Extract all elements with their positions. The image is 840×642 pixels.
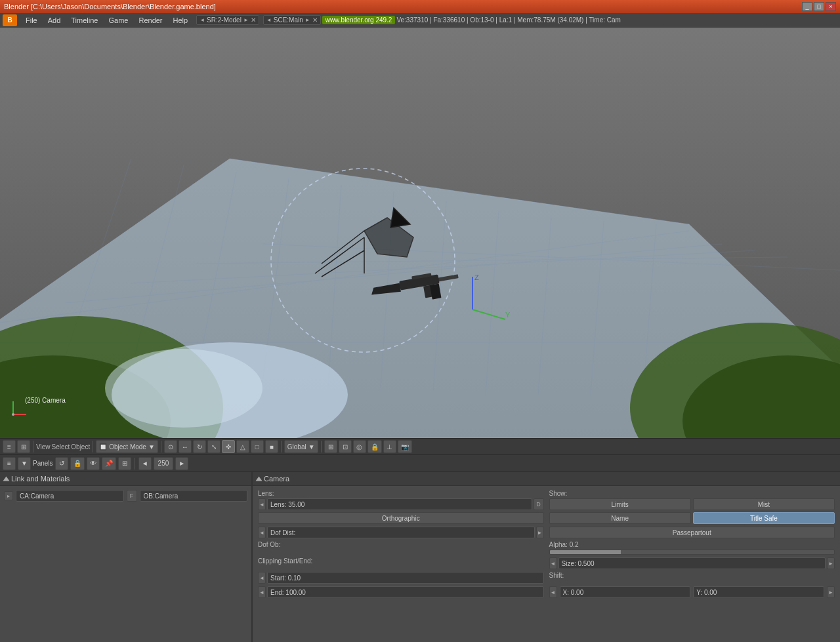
panel-pin-btn[interactable]: 📌 (102, 457, 116, 470)
ca-field[interactable]: CA:Camera (16, 490, 124, 502)
dof-dist-prev[interactable]: ◄ (258, 527, 266, 538)
start-row: ◄ Start: 0.10 (258, 572, 544, 584)
passepartout-col: Passepartout (549, 527, 835, 538)
rotate-btn[interactable]: ↻ (193, 440, 206, 453)
title-safe-btn[interactable]: Title Safe (693, 512, 835, 524)
transform-arrow: ▼ (308, 443, 315, 451)
svg-text:Z: Z (474, 273, 479, 281)
render-btn[interactable]: 📷 (398, 440, 412, 453)
blender-logo: B (3, 14, 17, 26)
menu-add[interactable]: Add (43, 15, 66, 26)
panel-toggle-btn[interactable]: ≡ (3, 457, 16, 470)
panel-menu-btn[interactable]: ▼ (18, 457, 31, 470)
alpha-slider[interactable] (549, 550, 835, 555)
dof-ob-col: Dof Ob: (258, 541, 544, 555)
panels-prev-btn[interactable]: ◄ (138, 457, 152, 470)
scene-selector-1[interactable]: ◄ SR:2-Model ► ✕ (196, 15, 259, 25)
name-btn[interactable]: Name (549, 512, 691, 524)
mirror-btn[interactable]: ⊥ (383, 440, 396, 453)
transform-selector[interactable]: Global ▼ (284, 440, 318, 453)
shiftx-prev[interactable]: ◄ (549, 586, 557, 598)
cursor-btn[interactable]: ✜ (222, 440, 235, 453)
camera-panel-collapse-icon[interactable] (256, 477, 262, 481)
panels-label: Panels (33, 460, 53, 467)
clip-label: Clipping Start/End: (258, 557, 544, 565)
lens-field[interactable]: Lens: 35.00 (267, 498, 532, 510)
dof-dist-next[interactable]: ► (536, 527, 544, 538)
viewport[interactable]: Z Y (250) Camera (0, 28, 840, 438)
face-btn[interactable]: ■ (265, 440, 278, 453)
lens-d-btn[interactable]: D (534, 498, 544, 510)
titlebar: Blender [C:\Users\Jason\Documents\Blende… (0, 0, 840, 13)
panels-toggle[interactable]: ⊞ (17, 440, 30, 453)
panels-next-btn[interactable]: ► (175, 457, 188, 470)
panel-layout-btn[interactable]: ⊞ (118, 457, 131, 470)
stats-display: Ve:337310 | Fa:336610 | Ob:13-0 | La:1 |… (396, 16, 621, 24)
transform-btn[interactable]: ↔ (178, 440, 192, 453)
mode-selector[interactable]: 🔲 Object Mode ▼ (96, 440, 158, 453)
mode-icon: 🔲 (99, 443, 107, 451)
lens-col: Lens: ◄ Lens: 35.00 D Orthographic (258, 490, 544, 524)
panels-value: 250 (154, 457, 174, 470)
close-button[interactable]: × (826, 2, 836, 11)
bottom-panels: Link and Materials ▸ CA:Camera F OB:Came… (0, 472, 840, 642)
ob-field[interactable]: OB:Camera (140, 490, 248, 502)
maximize-button[interactable]: □ (814, 2, 824, 11)
titlebar-controls[interactable]: _ □ × (802, 2, 836, 11)
minimize-button[interactable]: _ (802, 2, 812, 11)
viewport-scene: Z Y (0, 28, 840, 438)
alpha-col: Alpha: 0.2 (549, 541, 835, 555)
magnet-btn[interactable]: 🔒 (368, 440, 382, 453)
limits-btn[interactable]: Limits (549, 498, 691, 510)
size-prev[interactable]: ◄ (549, 557, 557, 569)
size-field[interactable]: Size: 0.500 (558, 557, 826, 569)
dof-dist-field[interactable]: Dof Dist: (267, 527, 535, 538)
passepartout-btn[interactable]: Passepartout (549, 527, 835, 538)
show-buttons-row2: Name Title Safe (549, 512, 835, 524)
lens-prev-btn[interactable]: ◄ (258, 498, 266, 510)
shift-x-field[interactable]: X: 0.00 (560, 586, 691, 598)
scale-btn[interactable]: ⤡ (207, 440, 220, 453)
menu-timeline[interactable]: Timeline (66, 15, 102, 26)
show-buttons-row: Limits Mist (549, 498, 835, 510)
end-field[interactable]: End: 100.00 (267, 586, 544, 598)
menu-game[interactable]: Game (104, 15, 133, 26)
f-button[interactable]: F (127, 490, 137, 502)
scene-close-1[interactable]: ✕ (251, 16, 256, 24)
shifty-next[interactable]: ► (827, 586, 835, 598)
orthographic-row: Orthographic (258, 512, 544, 524)
link-materials-title: Link and Materials (11, 475, 70, 483)
panel-eye-btn[interactable]: 👁 (87, 457, 100, 470)
size-next[interactable]: ► (827, 557, 835, 569)
view-menu-btn[interactable]: ≡ (3, 440, 16, 453)
scene-selector-2[interactable]: ◄ SCE:Main ► ✕ (263, 15, 321, 25)
panel-collapse-icon[interactable] (3, 477, 10, 481)
mist-btn[interactable]: Mist (693, 498, 835, 510)
panel-lock-btn[interactable]: 🔒 (70, 457, 85, 470)
scene-close-2[interactable]: ✕ (312, 16, 318, 24)
start-prev[interactable]: ◄ (258, 572, 266, 584)
start-field[interactable]: Start: 0.10 (267, 572, 544, 584)
ca-arrow[interactable]: ▸ (4, 491, 13, 500)
blender-link[interactable]: www.blender.org 249.2 (322, 16, 396, 24)
grid-btn[interactable]: ⊞ (324, 440, 337, 453)
lens-label: Lens: (258, 490, 544, 497)
end-prev[interactable]: ◄ (258, 586, 266, 598)
shift-y-field[interactable]: Y: 0.00 (693, 586, 824, 598)
menu-render[interactable]: Render (134, 15, 167, 26)
orthographic-btn[interactable]: Orthographic (258, 512, 544, 524)
end-col: ◄ End: 100.00 (258, 586, 544, 598)
menu-help[interactable]: Help (169, 15, 193, 26)
proportional-btn[interactable]: ◎ (353, 440, 366, 453)
vertex-btn[interactable]: △ (236, 440, 249, 453)
snap-btn[interactable]: ⊙ (164, 440, 177, 453)
link-materials-content: ▸ CA:Camera F OB:Camera (0, 486, 251, 508)
svg-text:Y: Y (505, 311, 511, 319)
shift-col: Shift: (549, 572, 835, 584)
grid-snap-btn[interactable]: ⊡ (339, 440, 352, 453)
show-label: Show: (549, 490, 835, 497)
svg-point-24 (105, 349, 262, 428)
menu-file[interactable]: File (21, 15, 42, 26)
edge-btn[interactable]: □ (251, 440, 264, 453)
panel-refresh-btn[interactable]: ↺ (55, 457, 68, 470)
